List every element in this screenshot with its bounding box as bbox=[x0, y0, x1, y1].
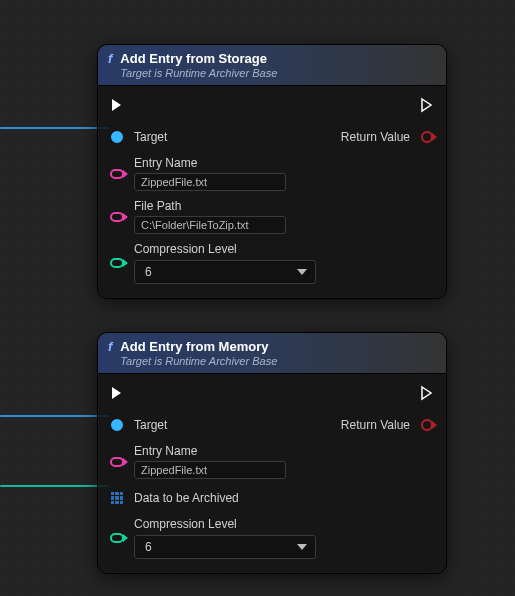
entry-name-input[interactable] bbox=[134, 173, 286, 191]
function-icon: f bbox=[108, 51, 112, 66]
data-label: Data to be Archived bbox=[134, 491, 239, 505]
exec-in-pin[interactable] bbox=[109, 97, 125, 113]
file-path-input[interactable] bbox=[134, 216, 286, 234]
wire-data-memory bbox=[0, 485, 109, 487]
compression-level-dropdown[interactable]: 6 bbox=[134, 260, 316, 284]
compression-level-pin[interactable] bbox=[110, 533, 124, 543]
node-add-entry-from-storage[interactable]: f Add Entry from Storage Target is Runti… bbox=[97, 44, 447, 299]
file-path-pin[interactable] bbox=[110, 212, 124, 222]
node-title: Add Entry from Storage bbox=[120, 51, 277, 66]
return-label: Return Value bbox=[341, 130, 410, 144]
node-header[interactable]: f Add Entry from Storage Target is Runti… bbox=[98, 45, 446, 86]
target-pin[interactable] bbox=[111, 131, 123, 143]
target-label: Target bbox=[134, 418, 167, 432]
compression-level-value: 6 bbox=[145, 265, 152, 279]
exec-in-pin[interactable] bbox=[109, 385, 125, 401]
compression-level-pin[interactable] bbox=[110, 258, 124, 268]
wire-target-storage bbox=[0, 127, 109, 129]
target-label: Target bbox=[134, 130, 167, 144]
exec-out-pin[interactable] bbox=[419, 97, 435, 113]
entry-name-label: Entry Name bbox=[134, 156, 286, 170]
return-value-pin[interactable] bbox=[421, 131, 433, 143]
exec-out-pin[interactable] bbox=[419, 385, 435, 401]
node-header[interactable]: f Add Entry from Memory Target is Runtim… bbox=[98, 333, 446, 374]
chevron-down-icon bbox=[297, 544, 307, 550]
entry-name-pin[interactable] bbox=[110, 169, 124, 179]
node-add-entry-from-memory[interactable]: f Add Entry from Memory Target is Runtim… bbox=[97, 332, 447, 574]
compression-level-label: Compression Level bbox=[134, 242, 316, 256]
target-pin[interactable] bbox=[111, 419, 123, 431]
function-icon: f bbox=[108, 339, 112, 354]
node-subtitle: Target is Runtime Archiver Base bbox=[120, 354, 277, 368]
compression-level-dropdown[interactable]: 6 bbox=[134, 535, 316, 559]
node-title: Add Entry from Memory bbox=[120, 339, 277, 354]
node-subtitle: Target is Runtime Archiver Base bbox=[120, 66, 277, 80]
entry-name-label: Entry Name bbox=[134, 444, 286, 458]
compression-level-value: 6 bbox=[145, 540, 152, 554]
wire-target-memory bbox=[0, 415, 109, 417]
chevron-down-icon bbox=[297, 269, 307, 275]
return-value-pin[interactable] bbox=[421, 419, 433, 431]
compression-level-label: Compression Level bbox=[134, 517, 316, 531]
data-array-pin[interactable] bbox=[111, 492, 123, 504]
entry-name-input[interactable] bbox=[134, 461, 286, 479]
file-path-label: File Path bbox=[134, 199, 286, 213]
return-label: Return Value bbox=[341, 418, 410, 432]
entry-name-pin[interactable] bbox=[110, 457, 124, 467]
